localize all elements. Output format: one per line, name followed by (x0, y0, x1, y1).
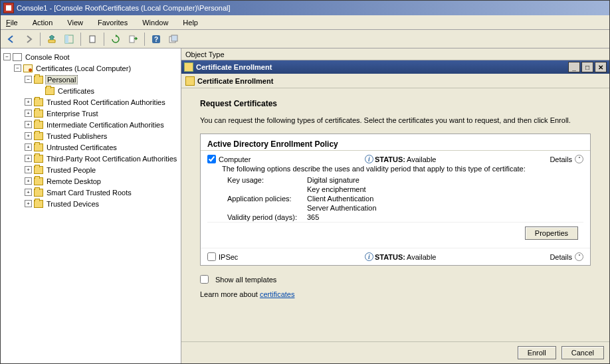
show-hide-tree-button[interactable] (61, 31, 77, 47)
close-button[interactable]: ✕ (595, 62, 607, 72)
learn-more: Learn more about certificates (200, 289, 591, 306)
app-policies-label: Application policies: (227, 195, 307, 203)
menu-view[interactable]: View (64, 17, 86, 28)
template-name: IPSec (219, 253, 365, 261)
collapse-icon[interactable]: − (25, 76, 32, 83)
template-checkbox-computer[interactable] (207, 155, 216, 163)
folder-icon (34, 166, 43, 174)
chevron-down-icon: ˅ (575, 252, 583, 261)
folder-icon (45, 87, 54, 95)
separator (104, 33, 104, 46)
template-name: Computer (219, 155, 365, 163)
tree-third-party[interactable]: +Third-Party Root Certification Authorit… (25, 153, 181, 164)
right-pane: Object Type Certificate Enrollment _ □ ✕… (181, 48, 609, 363)
certificate-store-icon (23, 64, 33, 72)
details-toggle[interactable]: Details ˅ (550, 252, 583, 261)
description: You can request the following types of c… (200, 116, 591, 124)
certificate-icon (184, 62, 193, 72)
expand-icon[interactable]: + (25, 110, 32, 117)
expand-icon[interactable]: + (25, 166, 32, 173)
tree-untrusted[interactable]: +Untrusted Certificates (25, 141, 181, 153)
app-icon (3, 3, 14, 13)
window-title: Console1 - [Console Root\Certificates (L… (17, 4, 231, 12)
new-window-button[interactable] (165, 31, 181, 47)
details-toggle[interactable]: Details ˄ (550, 155, 583, 163)
expand-icon[interactable]: + (25, 98, 32, 106)
menu-file[interactable]: File (3, 17, 21, 28)
template-row-ipsec: IPSec i STATUS: Available Details ˅ (201, 248, 590, 265)
toolbar: ? (1, 30, 609, 48)
key-usage-value: Digital signature (307, 176, 359, 184)
folder-icon (34, 177, 43, 185)
tree-smart-card[interactable]: +Smart Card Trusted Roots (25, 187, 181, 198)
menu-favorites[interactable]: Favorites (95, 17, 130, 28)
separator (40, 33, 41, 46)
expand-icon[interactable]: + (25, 189, 32, 196)
titlebar: Console1 - [Console Root\Certificates (L… (1, 1, 609, 15)
expand-icon[interactable]: + (25, 177, 32, 185)
menu-action[interactable]: Action (30, 17, 56, 28)
key-usage-value: Key encipherment (307, 185, 366, 193)
policy-title: Active Directory Enrollment Policy (201, 134, 590, 151)
policy-group: Active Directory Enrollment Policy Compu… (200, 134, 591, 266)
expand-icon[interactable]: + (25, 132, 32, 139)
tree-trusted-root[interactable]: +Trusted Root Certification Authorities (25, 96, 181, 108)
tree-trusted-devices[interactable]: +Trusted Devices (25, 198, 181, 209)
svg-rect-3 (90, 36, 95, 43)
mmc-window: Console1 - [Console Root\Certificates (L… (0, 0, 610, 364)
svg-rect-8 (171, 35, 177, 41)
separator (144, 33, 145, 46)
minimize-button[interactable]: _ (568, 62, 580, 72)
help-button[interactable]: ? (148, 31, 164, 47)
expand-icon[interactable]: + (25, 143, 32, 151)
show-all-checkbox[interactable] (200, 275, 209, 284)
validity-value: 365 (307, 213, 319, 221)
panel-sub-text: Certificate Enrollment (197, 77, 273, 85)
template-checkbox-ipsec[interactable] (207, 252, 216, 261)
tree-remote-desktop[interactable]: +Remote Desktop (25, 175, 181, 187)
app-policies-value: Server Authentication (307, 204, 377, 212)
learn-link[interactable]: certificates (260, 290, 295, 298)
collapse-icon[interactable]: − (14, 64, 21, 72)
heading: Request Certificates (200, 99, 591, 108)
tree-console-root[interactable]: −Console Root (3, 51, 181, 62)
tree-trusted-publishers[interactable]: +Trusted Publishers (25, 130, 181, 141)
validity-label: Validity period (days): (227, 213, 307, 221)
forward-button[interactable] (21, 31, 37, 47)
properties-button[interactable] (84, 31, 100, 47)
tree-trusted-people[interactable]: +Trusted People (25, 164, 181, 175)
panel-subheader: Certificate Enrollment (181, 74, 609, 88)
expand-icon[interactable]: + (25, 200, 32, 207)
cancel-button[interactable]: Cancel (561, 346, 604, 359)
svg-rect-2 (65, 35, 68, 43)
console-icon (13, 53, 22, 61)
tree-pane: −Console Root −Certificates (Local Compu… (1, 48, 181, 363)
template-row-computer: Computer i STATUS: Available Details ˄ (201, 151, 590, 248)
tree-personal[interactable]: −Personal (25, 74, 181, 85)
menu-help[interactable]: Help (180, 17, 201, 28)
dialog-buttons: Enroll Cancel (181, 341, 609, 363)
tree-intermediate[interactable]: +Intermediate Certification Authorities (25, 119, 181, 130)
show-all-row: Show all templates (200, 272, 591, 289)
folder-icon (34, 189, 43, 197)
collapse-icon[interactable]: − (3, 53, 11, 60)
export-button[interactable] (125, 31, 141, 47)
column-header[interactable]: Object Type (181, 48, 609, 60)
back-button[interactable] (3, 31, 19, 47)
svg-text:?: ? (154, 36, 158, 43)
tree-enterprise-trust[interactable]: +Enterprise Trust (25, 108, 181, 119)
tree-certificates[interactable]: Certificates (35, 85, 181, 96)
expand-icon[interactable]: + (25, 121, 32, 128)
tree-certificates-local[interactable]: −Certificates (Local Computer) (14, 62, 181, 74)
panel-title-text: Certificate Enrollment (196, 63, 272, 71)
menu-window[interactable]: Window (140, 17, 171, 28)
maximize-button[interactable]: □ (581, 62, 593, 72)
refresh-button[interactable] (108, 31, 124, 47)
enroll-button[interactable]: Enroll (518, 346, 556, 359)
panel-body: Request Certificates You can request the… (181, 88, 609, 341)
up-button[interactable] (44, 31, 60, 47)
expand-icon[interactable]: + (25, 155, 32, 162)
properties-button[interactable]: Properties (525, 227, 578, 240)
menubar: File Action View Favorites Window Help (1, 15, 609, 30)
show-all-label: Show all templates (215, 276, 276, 284)
